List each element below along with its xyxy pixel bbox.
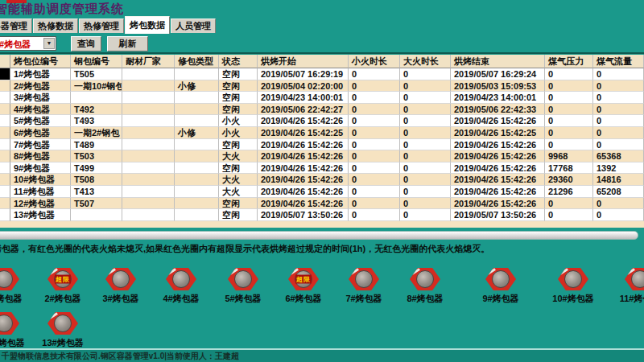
- table-cell: 2019/05/04 02:20:00: [258, 80, 349, 93]
- table-row[interactable]: 4#烤包器T492空闲2019/05/06 22:42:27002019/05/…: [0, 104, 644, 116]
- tab-1[interactable]: 容器管理: [0, 19, 32, 33]
- table-cell: 1#烤包器: [10, 68, 71, 80]
- table-row[interactable]: 7#烤包器T489空闲2019/04/26 15:42:26002019/04/…: [0, 139, 644, 151]
- table-row[interactable]: 2#烤包器一期10#钢包小修空闲2019/05/04 02:20:0000201…: [0, 80, 644, 93]
- tab-3[interactable]: 热修管理: [79, 19, 124, 33]
- device-label: 11#烤包器: [612, 293, 644, 305]
- device-icon-10[interactable]: [558, 268, 588, 290]
- table-cell: 空闲: [219, 209, 258, 221]
- tab-4[interactable]: 烤包数据: [125, 16, 170, 34]
- burner-circle-icon: [0, 315, 13, 332]
- device-label: 6#烤包器: [275, 293, 332, 305]
- row-selector[interactable]: [0, 150, 10, 162]
- row-selector[interactable]: [0, 127, 10, 139]
- table-cell: 2019/04/26 15:42:26: [258, 139, 349, 151]
- column-header[interactable]: 煤气流量: [593, 55, 644, 68]
- device-icon-5[interactable]: [228, 268, 258, 290]
- table-cell: 2019/05/07 13:50:26: [258, 209, 349, 221]
- table-cell: 2019/04/26 15:42:26: [451, 162, 545, 175]
- device-icon-7[interactable]: [349, 268, 379, 290]
- device-icon-1[interactable]: [0, 268, 19, 290]
- row-selector[interactable]: [0, 186, 10, 198]
- row-selector[interactable]: [0, 80, 10, 93]
- table-row[interactable]: 8#烤包器T503大火2019/04/26 15:42:26002019/04/…: [0, 150, 644, 162]
- table-cell: 17768: [545, 162, 593, 175]
- table-cell: T508: [71, 174, 122, 186]
- table-cell: [175, 104, 219, 116]
- table-row[interactable]: 3#烤包器空闲2019/04/23 14:00:01002019/04/23 1…: [0, 92, 644, 104]
- table-row[interactable]: 10#烤包器T508大火2019/04/26 15:42:26002019/04…: [0, 174, 644, 186]
- row-selector[interactable]: [0, 162, 10, 175]
- device-icon-8[interactable]: [410, 268, 440, 290]
- device-icon-4[interactable]: [166, 268, 196, 290]
- table-cell: [122, 127, 175, 139]
- table-cell: [175, 209, 219, 221]
- table-row[interactable]: 12#烤包器T507空闲2019/04/26 15:42:26002019/04…: [0, 198, 644, 210]
- table-row[interactable]: 9#烤包器T499空闲2019/04/26 15:42:26002019/04/…: [0, 162, 644, 175]
- table-cell: 13#烤包器: [10, 209, 71, 221]
- row-selector[interactable]: [0, 92, 10, 104]
- table-cell: 0: [349, 162, 400, 175]
- device-icon-3[interactable]: [105, 268, 136, 290]
- column-header[interactable]: 小火时长: [349, 55, 400, 68]
- column-header[interactable]: 烘烤开始: [258, 55, 349, 68]
- table-cell: 0: [400, 174, 451, 186]
- device-select[interactable]: 1#烤包器 ▼: [0, 36, 56, 51]
- table-cell: 2019/04/26 15:42:26: [451, 115, 545, 127]
- table-cell: [122, 104, 175, 116]
- table-row[interactable]: 13#烤包器空闲2019/05/07 13:50:26002019/05/07 …: [0, 209, 644, 221]
- table-cell: 2019/05/07 16:29:19: [258, 68, 349, 80]
- tab-5[interactable]: 人员管理: [171, 19, 216, 33]
- table-cell: 2019/04/26 15:42:26: [258, 115, 349, 127]
- device-icon-2[interactable]: 超限: [47, 268, 78, 290]
- table-cell: [122, 139, 175, 151]
- table-row[interactable]: 5#烤包器T493小火2019/04/26 15:42:26002019/04/…: [0, 115, 644, 127]
- table-cell: [175, 162, 219, 175]
- device-icon-13[interactable]: [47, 312, 78, 335]
- column-header[interactable]: 状态: [219, 55, 258, 68]
- column-header[interactable]: 煤气压力: [545, 55, 593, 68]
- column-header[interactable]: 大火时长: [400, 55, 451, 68]
- chevron-down-icon[interactable]: ▼: [43, 38, 55, 49]
- column-header[interactable]: 耐材厂家: [122, 55, 175, 68]
- device-icon-11[interactable]: [625, 268, 644, 290]
- query-button[interactable]: 查询: [71, 36, 101, 51]
- table-row[interactable]: 1#烤包器T505空闲2019/05/07 16:29:19002019/05/…: [0, 68, 644, 80]
- table-cell: 0: [545, 104, 593, 116]
- table-cell: 6#烤包器: [10, 127, 71, 139]
- row-selector[interactable]: [0, 198, 10, 210]
- horizontal-scrollbar[interactable]: [0, 231, 638, 240]
- tab-2[interactable]: 热修数据: [33, 19, 78, 33]
- refresh-button[interactable]: 刷新: [107, 36, 148, 51]
- device-label: 12#烤包器: [0, 337, 32, 349]
- column-header[interactable]: 钢包编号: [71, 55, 122, 68]
- device-icon-12[interactable]: [0, 312, 19, 335]
- table-row[interactable]: 6#烤包器一期2#钢包小修小火2019/04/26 15:42:25002019…: [0, 127, 644, 139]
- table-row[interactable]: 11#烤包器T413大火2019/04/26 15:42:26002019/04…: [0, 186, 644, 198]
- device-icon-9[interactable]: [485, 268, 516, 290]
- table-cell: T492: [71, 104, 122, 116]
- table-cell: 空闲: [219, 80, 258, 93]
- table-cell: 0: [593, 127, 644, 139]
- data-table: 烤包位编号钢包编号耐材厂家修包类型状态烘烤开始小火时长大火时长烘烤结束煤气压力煤…: [0, 55, 644, 228]
- device-label: 3#烤包器: [93, 293, 149, 305]
- column-header[interactable]: 修包类型: [175, 55, 219, 68]
- burner-circle-icon: [112, 270, 130, 288]
- row-selector[interactable]: [0, 139, 10, 151]
- table-cell: 2019/04/26 15:42:26: [451, 198, 545, 210]
- table-cell: [175, 150, 219, 162]
- device-icon-6[interactable]: 超限: [288, 268, 319, 290]
- table-cell: [122, 209, 175, 221]
- table-cell: 9968: [545, 150, 593, 162]
- row-selector[interactable]: [0, 104, 10, 116]
- table-cell: 0: [400, 104, 451, 116]
- table-cell: 0: [400, 209, 451, 221]
- row-selector[interactable]: [0, 209, 10, 221]
- row-selector[interactable]: [0, 174, 10, 186]
- table-cell: 2019/05/07 13:50:26: [451, 209, 545, 221]
- row-selector[interactable]: [0, 115, 10, 127]
- column-header[interactable]: 烤包位编号: [10, 55, 71, 68]
- row-selector[interactable]: [0, 68, 10, 80]
- column-header[interactable]: 烘烤结束: [451, 55, 545, 68]
- status-text: 千盟物联信息技术有限公司.钢区容器管理v1.0|当前使用人：王建超: [2, 351, 239, 362]
